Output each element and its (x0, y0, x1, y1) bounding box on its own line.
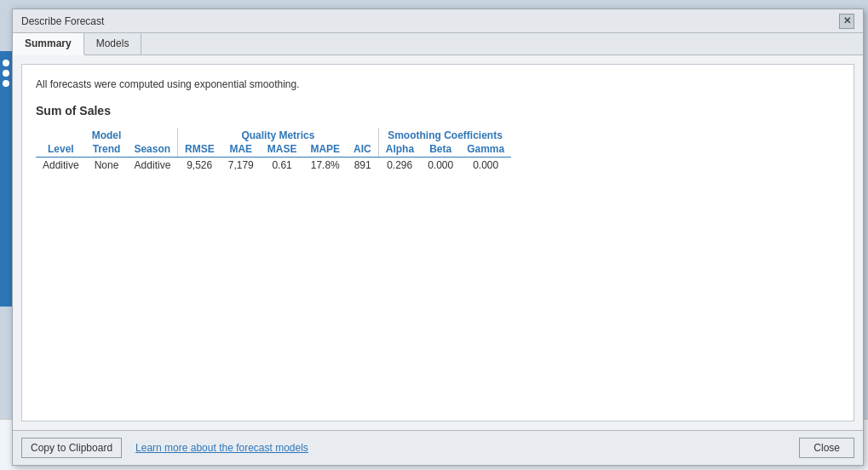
cell-mae: 7,179 (221, 158, 261, 174)
group-header-quality: Quality Metrics (178, 128, 379, 141)
sidebar-dot-2 (3, 70, 9, 77)
learn-more-link[interactable]: Learn more about the forecast models (135, 442, 308, 454)
cell-season: Additive (127, 158, 177, 174)
col-alpha: Alpha (378, 141, 421, 158)
col-trend: Trend (86, 141, 128, 158)
cell-level: Additive (36, 158, 86, 174)
cell-alpha: 0.296 (378, 158, 421, 174)
tab-summary[interactable]: Summary (13, 33, 84, 55)
col-mae: MAE (221, 141, 261, 158)
col-beta: Beta (421, 141, 460, 158)
table-row: Additive None Additive 9,526 7,179 0.61 … (36, 158, 511, 174)
cell-trend: None (86, 158, 128, 174)
tab-bar: Summary Models (13, 33, 863, 55)
cell-rmse: 9,526 (178, 158, 221, 174)
close-title-button[interactable]: ✕ (839, 14, 854, 29)
content-area: All forecasts were computed using expone… (21, 64, 854, 421)
intro-text: All forecasts were computed using expone… (36, 78, 840, 90)
dialog-footer: Copy to Clipboard Learn more about the f… (13, 430, 863, 465)
col-gamma: Gamma (460, 141, 511, 158)
col-mase: MASE (261, 141, 304, 158)
cell-aic: 891 (347, 158, 378, 174)
sidebar-dot-3 (3, 80, 9, 87)
copy-clipboard-button[interactable]: Copy to Clipboard (21, 438, 122, 458)
dialog-overlay: 2018 2019 2020 2021 2022 2023 Describe F… (0, 0, 868, 470)
col-rmse: RMSE (178, 141, 221, 158)
dialog-titlebar: Describe Forecast ✕ (13, 9, 863, 33)
cell-mape: 17.8% (303, 158, 347, 174)
footer-left: Copy to Clipboard Learn more about the f… (21, 438, 308, 458)
cell-gamma: 0.000 (460, 158, 511, 174)
group-header-smoothing: Smoothing Coefficients (378, 128, 511, 141)
col-mape: MAPE (303, 141, 347, 158)
close-dialog-button[interactable]: Close (799, 438, 854, 458)
cell-beta: 0.000 (421, 158, 460, 174)
section-title: Sum of Sales (36, 104, 840, 118)
dialog-title: Describe Forecast (21, 15, 104, 27)
sidebar-hint (0, 51, 12, 307)
cell-mase: 0.61 (261, 158, 304, 174)
col-level: Level (36, 141, 86, 158)
col-season: Season (127, 141, 177, 158)
describe-forecast-dialog: Describe Forecast ✕ Summary Models All f… (12, 9, 864, 466)
group-header-model: Model (36, 128, 178, 141)
col-aic: AIC (347, 141, 378, 158)
sidebar-dot-1 (3, 60, 9, 66)
tab-models[interactable]: Models (84, 33, 142, 54)
forecast-table: Model Quality Metrics Smoothing Coeffici… (36, 128, 511, 173)
